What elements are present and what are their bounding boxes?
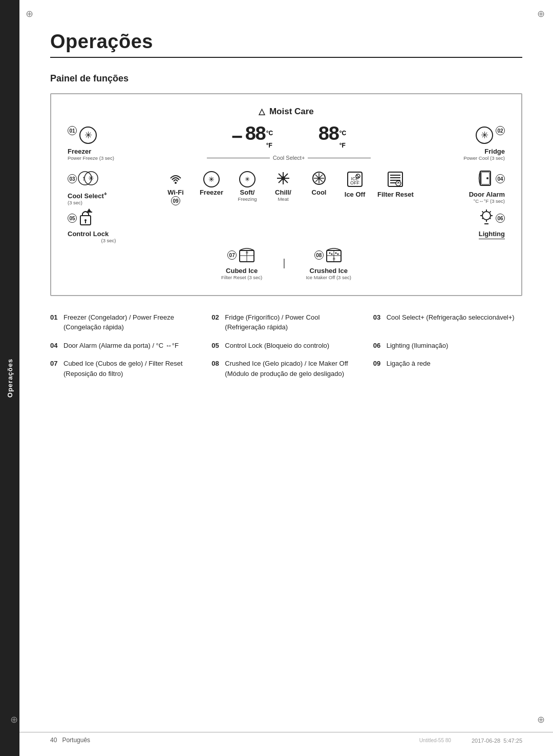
freezing-label: Freezing [238,196,257,202]
door-alarm-sublabel: °C↔°F (3 sec) [474,198,505,204]
footer-time: 5:47:25 [503,738,522,744]
bottom-row: 05 Control Lock [68,208,505,243]
lighting-group: 06 Lighting [423,208,505,239]
control-lock-label: Control Lock [68,230,150,238]
descriptions-grid: 01 Freezer (Congelador) / Power Freeze (… [50,312,522,379]
fridge-num-badge: 02 [496,126,505,135]
freezer-icon: ✳ [79,126,97,146]
main-content: Operações Painel de funções Moist Care 0… [19,0,553,411]
svg-point-8 [175,182,177,184]
fridge-group: ✳ 02 Fridge Power Cool (3 sec) [463,126,505,161]
right-unit: °C °F [339,127,346,152]
cool-select-bar: Cool Select+ [207,155,371,161]
freezer-btn-label: Freezer [200,188,223,196]
lighting-num: 06 [496,214,505,223]
svg-text:✳: ✳ [84,130,92,140]
footer-page: 40 Português [50,737,90,744]
moist-care-label: Moist Care [269,107,314,116]
sidebar: Operações [0,0,19,756]
neg-sign: − [231,126,243,148]
right-unit-f: °F [339,139,346,152]
fridge-sublabel: Power Cool (3 sec) [463,155,505,161]
desc-text-06: Lighting (Iluminação) [387,341,522,351]
freezer-btn-icon: ✳ [203,171,220,187]
desc-num-02: 02 [211,312,223,332]
svg-point-56 [335,253,336,254]
middle-buttons: Wi-Fi 09 ✳ Freezer ✳ [162,169,414,206]
corner-mark-br: ⊕ [537,714,545,725]
desc-item-07: 07 Cubed Ice (Cubos de gelo) / Filter Re… [50,359,199,379]
desc-item-05: 05 Control Lock (Bloqueio do controlo) [211,341,360,351]
left-temp-display: − 88 °C °F [231,126,273,152]
svg-point-29 [396,181,401,186]
desc-text-07: Cubed Ice (Cubos de gelo) / Filter Reset… [63,359,199,379]
ice-off-label: Ice Off [345,191,365,198]
page-number: 40 [50,737,57,744]
freezer-num-badge: 01 [68,126,77,135]
cubed-ice-sublabel: Filter Reset (3 sec) [221,275,262,280]
filter-reset-button[interactable]: Filter Reset [377,171,414,198]
desc-num-05: 05 [211,341,223,351]
cool-button[interactable]: Cool [306,171,332,196]
desc-item-04: 04 Door Alarm (Alarme da porta) / °C ↔°F [50,341,199,351]
moist-care-header: Moist Care [68,107,505,117]
freezer-sublabel: Power Freeze (3 sec) [68,155,114,161]
desc-item-03: 03 Cool Select+ (Refrigeração seleccioná… [373,312,522,332]
desc-text-04: Door Alarm (Alarme da porta) / °C ↔°F [63,341,199,351]
soft-freezing-sym: ✳ [245,176,250,183]
desc-num-08: 08 [211,359,223,379]
footer-filename: Untitled-55 80 [419,738,451,744]
desc-num-09: 09 [373,359,385,379]
left-unit: °C °F [266,127,273,152]
desc-num-07: 07 [50,359,61,379]
control-lock-sublabel: (3 sec) [68,238,150,243]
freezer-group: 01 ✳ Freezer Power Freeze (3 sec) [68,126,114,161]
desc-num-03: 03 [373,312,385,332]
desc-text-09: Ligação à rede [387,359,522,379]
lighting-icon [478,208,495,229]
svg-point-37 [482,212,491,220]
freezer-button[interactable]: ✳ Freezer [198,171,225,196]
crushed-ice-num: 08 [314,250,324,260]
svg-text:✳: ✳ [245,250,249,255]
svg-point-57 [337,254,338,255]
corner-mark-tl: ⊕ [26,8,33,19]
soft-label: Soft/ [240,188,255,196]
footer-date: 2017-06-28 [472,738,500,744]
chill-label: Chill/ [275,188,291,196]
svg-text:✳: ✳ [88,174,94,182]
cool-select-label: Cool Select+ [270,155,308,161]
cool-select-group: 03 ↑ ✳ Cool Select+ (3 sec) [68,169,107,206]
desc-item-06: 06 Lighting (Iluminação) [373,341,522,351]
control-lock-icon [78,208,93,229]
svg-point-55 [331,254,332,255]
svg-point-34 [84,219,87,221]
desc-num-06: 06 [373,341,385,351]
filter-reset-icon [387,171,403,190]
ice-off-button[interactable]: ICE OFF Ice Off [342,171,368,198]
wifi-label: Wi-Fi [167,188,184,196]
ice-row: 07 ✳ Cubed Ice [68,245,505,280]
filter-reset-label: Filter Reset [377,191,414,198]
desc-num-04: 04 [50,341,61,351]
soft-freezing-button[interactable]: ✳ Soft/ Freezing [234,171,261,202]
wifi-icon [168,171,183,187]
right-digits: 88 [318,126,338,143]
right-temp-display: 88 °C °F [318,126,346,152]
footer-datetime: 2017-06-28 5:47:25 [472,738,522,744]
cubed-ice-icon: ✳ [238,245,256,266]
svg-point-32 [486,177,488,179]
lighting-label: Lighting [479,230,505,239]
soft-freezing-icon: ✳ [239,171,256,187]
crushed-ice-group: 08 [306,245,351,280]
wifi-button[interactable]: Wi-Fi 09 [162,171,189,206]
desc-item-02: 02 Fridge (Frigorífico) / Power Cool (Re… [211,312,360,332]
desc-text-03: Cool Select+ (Refrigeração seleccionável… [387,312,522,332]
freezer-icon-row: 01 ✳ [68,126,97,146]
desc-text-05: Control Lock (Bloqueio do controlo) [225,341,360,351]
footer: 40 Português Untitled-55 80 2017-06-28 5… [19,732,553,744]
chill-meat-button[interactable]: Chill/ Meat [270,171,296,202]
desc-text-02: Fridge (Frigorífico) / Power Cool (Refri… [225,312,360,332]
door-alarm-group: 04 Door Alarm °C↔°F (3 sec) [469,169,505,204]
center-display: − 88 °C °F 88 °C °F [114,126,463,167]
